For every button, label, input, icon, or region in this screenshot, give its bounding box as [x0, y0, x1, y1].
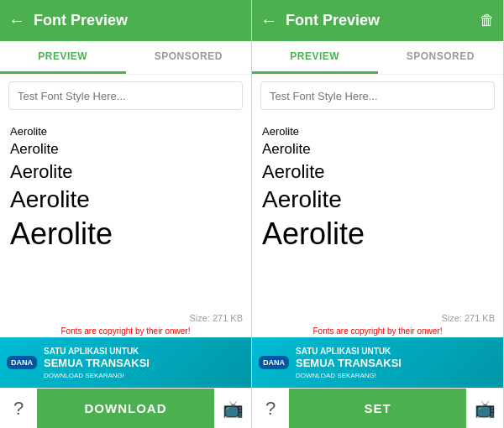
tab-preview-right[interactable]: PREVIEW: [252, 41, 378, 74]
font-item-5-right: Aerolite: [262, 215, 493, 253]
tab-preview-left[interactable]: PREVIEW: [0, 41, 126, 74]
font-item-3-right: Aerolite: [262, 159, 493, 185]
set-button[interactable]: SET: [289, 389, 466, 429]
ad-logo-left: DANA: [7, 356, 37, 370]
ad-sub-right: DOWNLOAD SEKARANG!: [296, 372, 402, 379]
search-container-right: [252, 75, 503, 117]
ad-content-left: SATU APLIKASI UNTUK SEMUA TRANSAKSI DOWN…: [44, 346, 150, 380]
copyright-left: Fonts are copyright by their onwer!: [0, 325, 251, 337]
search-input-right[interactable]: [260, 81, 495, 110]
panel-right: ← Font Preview 🗑 PREVIEW SPONSORED Aerol…: [252, 0, 504, 428]
question-button-left[interactable]: ?: [0, 389, 37, 429]
font-item-3-left: Aerolite: [10, 159, 241, 185]
ad-logo-right: DANA: [259, 356, 289, 370]
tabs-right: PREVIEW SPONSORED: [252, 41, 503, 75]
back-icon-left[interactable]: ←: [8, 11, 25, 30]
panel-left: ← Font Preview PREVIEW SPONSORED Aerolit…: [0, 0, 252, 428]
ad-banner-right[interactable]: DANA SATU APLIKASI UNTUK SEMUA TRANSAKSI…: [252, 337, 503, 388]
tv-icon-left[interactable]: 📺: [214, 389, 251, 429]
ad-text-right: SATU APLIKASI UNTUK SEMUA TRANSAKSI: [296, 346, 402, 371]
tabs-left: PREVIEW SPONSORED: [0, 41, 251, 75]
font-list-right: Aerolite Aerolite Aerolite Aerolite Aero…: [252, 117, 503, 311]
font-item-4-left: Aerolite: [10, 185, 241, 215]
delete-icon-right[interactable]: 🗑: [480, 12, 495, 29]
font-item-1-left: Aerolite: [10, 123, 241, 139]
font-item-2-left: Aerolite: [10, 139, 241, 159]
tab-sponsored-right[interactable]: SPONSORED: [378, 41, 504, 74]
search-container-left: [0, 75, 251, 117]
bottom-bar-left: ? DOWNLOAD 📺: [0, 388, 251, 428]
header-title-left: Font Preview: [34, 12, 243, 29]
ad-text-left: SATU APLIKASI UNTUK SEMUA TRANSAKSI: [44, 346, 150, 371]
font-item-5-left: Aerolite: [10, 215, 241, 253]
font-item-4-right: Aerolite: [262, 185, 493, 215]
ad-banner-left[interactable]: DANA SATU APLIKASI UNTUK SEMUA TRANSAKSI…: [0, 337, 251, 388]
back-icon-right[interactable]: ←: [260, 11, 277, 30]
bottom-bar-right: ? SET 📺: [252, 388, 503, 428]
font-list-left: Aerolite Aerolite Aerolite Aerolite Aero…: [0, 117, 251, 311]
copyright-right: Fonts are copyright by their onwer!: [252, 325, 503, 337]
ad-sub-left: DOWNLOAD SEKARANG!: [44, 372, 150, 379]
header-left: ← Font Preview: [0, 0, 251, 41]
search-input-left[interactable]: [8, 81, 243, 110]
font-item-2-right: Aerolite: [262, 139, 493, 159]
ad-content-right: SATU APLIKASI UNTUK SEMUA TRANSAKSI DOWN…: [296, 346, 402, 380]
tab-sponsored-left[interactable]: SPONSORED: [126, 41, 252, 74]
header-title-right: Font Preview: [286, 12, 480, 29]
download-button[interactable]: DOWNLOAD: [37, 389, 214, 429]
font-item-1-right: Aerolite: [262, 123, 493, 139]
tv-icon-right[interactable]: 📺: [466, 389, 503, 429]
question-button-right[interactable]: ?: [252, 389, 289, 429]
size-info-left: Size: 271 KB: [0, 311, 251, 325]
size-info-right: Size: 271 KB: [252, 311, 503, 325]
header-right: ← Font Preview 🗑: [252, 0, 503, 41]
